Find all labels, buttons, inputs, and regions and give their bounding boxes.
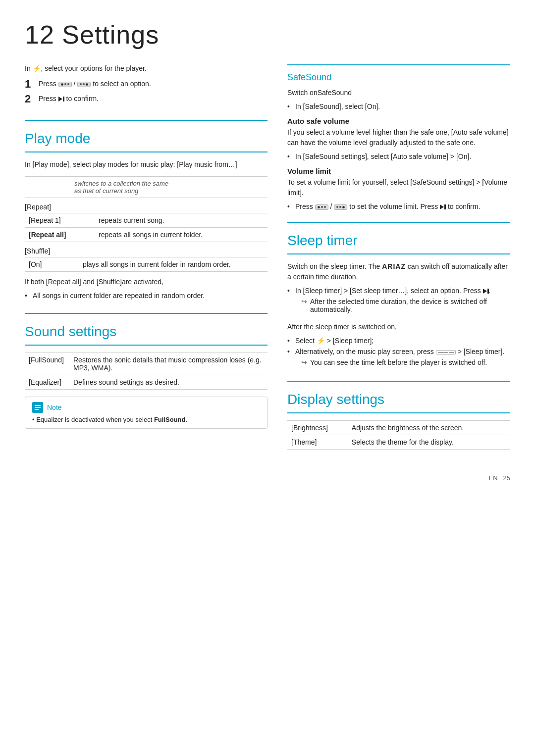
- table-row: [Theme] Selects the theme for the displa…: [287, 435, 510, 450]
- footer-lang: EN: [489, 474, 498, 482]
- display-settings-title: Display settings: [287, 392, 510, 407]
- repeat-label: [Repeat]: [25, 203, 268, 211]
- note-label: Note: [47, 403, 62, 411]
- switch-on-label: Switch onSafeSound: [287, 88, 510, 98]
- on-def: plays all songs in current folder in ran…: [79, 257, 268, 272]
- vol-nav-next-icon: [334, 204, 347, 210]
- sound-settings-rule: [25, 345, 268, 346]
- note-header: Note: [32, 402, 260, 413]
- after-sub-bullet: You can see the time left before the pla…: [301, 357, 510, 367]
- auto-safe-bullet: In [SafeSound settings], select [Auto sa…: [287, 151, 510, 162]
- combined-bullet-item: All songs in current folder are repeated…: [25, 290, 268, 301]
- after-bullet2: Alternatively, on the music play screen,…: [287, 346, 510, 371]
- table-row: [On] plays all songs in current folder i…: [25, 257, 268, 272]
- svg-rect-2: [35, 409, 39, 410]
- sleep-timer-divider: [287, 222, 510, 223]
- sound-settings-title: Sound settings: [25, 324, 268, 340]
- step-text-2: Press to confirm.: [39, 95, 99, 102]
- svg-rect-1: [35, 407, 41, 408]
- equalizer-def: Defines sound settings as desired.: [69, 375, 268, 390]
- brightness-def: Adjusts the brightness of the screen.: [348, 421, 510, 435]
- ariaz-brand: ARIAZ: [382, 262, 406, 270]
- theme-def: Selects the theme for the display.: [348, 435, 510, 450]
- gear-icon: ⚡: [33, 64, 41, 72]
- svg-rect-0: [35, 405, 41, 406]
- theme-term: [Theme]: [287, 435, 348, 450]
- repeat1-term: [Repeat 1]: [25, 213, 95, 228]
- step-text-1: Press / to select an option.: [39, 80, 151, 88]
- step-num-2: 2: [25, 93, 39, 105]
- combined-note: If both [Repeat all] and [Shuffle]are ac…: [25, 277, 268, 287]
- nav-next-icon: [77, 82, 91, 87]
- fullsound-term: [FullSound]: [25, 353, 69, 375]
- sleep-sub-bullet: After the selected time duration, the de…: [301, 297, 510, 314]
- nav-prev-icon: [58, 82, 72, 87]
- play-mode-title: Play mode: [25, 131, 268, 147]
- display-settings-table: [Brightness] Adjusts the brightness of t…: [287, 420, 510, 450]
- page-footer: EN 25: [25, 474, 510, 482]
- safesound-title: SafeSound: [287, 72, 510, 83]
- vol-play-pause-icon: [440, 204, 446, 209]
- sleep-timer-bullets: In [Sleep timer] > [Set sleep timer…], s…: [287, 285, 510, 318]
- menu-lines-icon: [436, 350, 456, 355]
- step-2: 2 Press to confirm.: [25, 93, 268, 105]
- table-row: [Repeat all] repeats all songs in curren…: [25, 228, 268, 242]
- volume-limit-body: To set a volume limit for yourself, sele…: [287, 177, 510, 198]
- safesound-top-rule: [287, 64, 510, 65]
- after-gear-icon: ⚡: [317, 337, 325, 345]
- left-column: In ⚡, select your options for the player…: [25, 64, 268, 454]
- sleep-play-pause-icon: [483, 289, 489, 294]
- vol-nav-prev-icon: [315, 204, 328, 210]
- intro-text: In ⚡, select your options for the player…: [25, 64, 268, 72]
- shuffle-label: [Shuffle]: [25, 247, 268, 255]
- table-row: [FullSound] Restores the sonic details t…: [25, 353, 268, 375]
- repeat1-def: repeats current song.: [95, 213, 268, 228]
- switch-on-bullet: In [SafeSound], select [On].: [287, 101, 510, 112]
- collection-rule-top: [25, 173, 268, 173]
- play-pause-icon: [58, 97, 64, 101]
- right-column: SafeSound Switch onSafeSound In [SafeSou…: [287, 64, 510, 454]
- play-mode-rule: [25, 151, 268, 152]
- after-label: After the sleep timer is switched on,: [287, 322, 510, 332]
- table-row: [Equalizer] Defines sound settings as de…: [25, 375, 268, 390]
- footer-page-num: 25: [503, 474, 510, 482]
- sleep-timer-rule: [287, 253, 510, 254]
- on-term: [On]: [25, 257, 79, 272]
- sleep-timer-body: Switch on the sleep timer. The ARIAZ can…: [287, 261, 510, 282]
- after-bullet1: Select ⚡ > [Sleep timer];: [287, 335, 510, 346]
- step-num-1: 1: [25, 78, 39, 90]
- combined-bullet-list: All songs in current folder are repeated…: [25, 290, 268, 301]
- note-box: Note • Equalizer is deactivated when you…: [25, 397, 268, 429]
- note-icon: [32, 402, 43, 413]
- brightness-term: [Brightness]: [287, 421, 348, 435]
- auto-safe-bullets: In [SafeSound settings], select [Auto sa…: [287, 151, 510, 162]
- page-title: 12 Settings: [25, 20, 510, 50]
- repeatall-term: [Repeat all]: [25, 228, 95, 242]
- note-text: • Equalizer is deactivated when you sele…: [32, 416, 260, 423]
- collection-note: switches to a collection the sameas that…: [25, 176, 268, 198]
- play-mode-intro: In [Play mode], select play modes for mu…: [25, 159, 268, 170]
- sleep-timer-title: Sleep timer: [287, 233, 510, 249]
- display-settings-divider: [287, 381, 510, 382]
- repeat-table: [Repeat 1] repeats current song. [Repeat…: [25, 213, 268, 242]
- repeatall-def: repeats all songs in current folder.: [95, 228, 268, 242]
- volume-limit-bullet: Press / to set the volume limit. Press t…: [287, 201, 510, 212]
- table-row: [Repeat 1] repeats current song.: [25, 213, 268, 228]
- sleep-sub-bullets: After the selected time duration, the de…: [301, 297, 510, 314]
- step-list: 1 Press / to select an option. 2 Press t: [25, 78, 268, 105]
- volume-limit-bullets: Press / to set the volume limit. Press t…: [287, 201, 510, 212]
- fullsound-def: Restores the sonic details that music co…: [69, 353, 268, 375]
- step-1: 1 Press / to select an option.: [25, 78, 268, 90]
- auto-safe-body: If you select a volume level higher than…: [287, 127, 510, 148]
- sleep-timer-bullet1: In [Sleep timer] > [Set sleep timer…], s…: [287, 285, 510, 318]
- table-row: [Brightness] Adjusts the brightness of t…: [287, 421, 510, 435]
- display-settings-rule: [287, 412, 510, 413]
- page-wrapper: 12 Settings In ⚡, select your options fo…: [25, 20, 510, 482]
- shuffle-table: [On] plays all songs in current folder i…: [25, 257, 268, 272]
- auto-safe-label: Auto safe volume: [287, 117, 510, 125]
- equalizer-term: [Equalizer]: [25, 375, 69, 390]
- after-sub-bullets: You can see the time left before the pla…: [301, 357, 510, 367]
- switch-on-bullets: In [SafeSound], select [On].: [287, 101, 510, 112]
- sound-settings-table: [FullSound] Restores the sonic details t…: [25, 353, 268, 390]
- volume-limit-label: Volume limit: [287, 167, 510, 175]
